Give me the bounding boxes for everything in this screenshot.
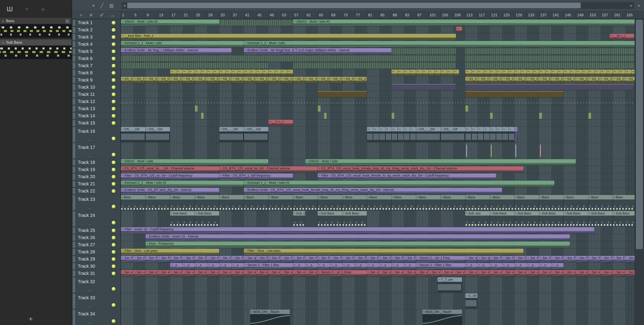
clip[interactable]: ∿Ser..e #2 bbox=[195, 270, 207, 276]
clip[interactable] bbox=[293, 55, 456, 62]
clip[interactable]: ∿Ser..Freq bbox=[613, 256, 625, 262]
clip[interactable]: ↦SS_C..tty bbox=[600, 77, 613, 83]
clip[interactable]: ∿Ser..e #2 bbox=[404, 270, 416, 276]
clip[interactable]: ↦ bbox=[508, 127, 514, 142]
clip[interactable]: ↦SS_C..tty bbox=[514, 77, 526, 83]
clip[interactable]: ∿Ser..e #2 bbox=[182, 270, 194, 276]
track-header[interactable]: Track 12 bbox=[72, 98, 120, 105]
track-lane[interactable] bbox=[121, 98, 634, 105]
clip[interactable]: ≡Bass bbox=[539, 195, 564, 210]
clip[interactable]: ↦SS_C..tty bbox=[281, 77, 293, 83]
magnet-icon[interactable]: ⌖ bbox=[92, 3, 95, 8]
clip[interactable]: ↦SS_C..tty bbox=[318, 77, 330, 83]
clip[interactable]: ↦DS_..._G# bbox=[121, 127, 145, 142]
clip[interactable]: ∿Filter - Insert 16 - Cutoff frequency bbox=[121, 227, 594, 233]
clip[interactable]: ↦SS_C..tty bbox=[268, 77, 281, 83]
clip[interactable]: ∿Glitch2 - Mute / solo bbox=[121, 159, 268, 165]
clip[interactable]: ∿Glitch2 - Mute / solo bbox=[306, 159, 576, 165]
clip[interactable]: ∿Ser..e #2 bbox=[453, 270, 465, 276]
clip[interactable]: ↦C..04 bbox=[465, 293, 478, 309]
clip[interactable]: ↦ bbox=[398, 127, 404, 142]
mute-led[interactable] bbox=[112, 303, 116, 307]
clip[interactable]: ∿..s bbox=[318, 263, 330, 269]
clip[interactable]: ≡Sub Bass bbox=[170, 211, 194, 226]
clip[interactable]: ∿..s bbox=[330, 263, 342, 269]
clip[interactable]: ∿..s bbox=[219, 263, 232, 269]
clip[interactable] bbox=[465, 48, 634, 54]
vertical-scrollbar[interactable] bbox=[634, 19, 644, 325]
clip[interactable]: ↦ bbox=[428, 70, 434, 76]
clip[interactable]: ∿Ser..e #2 bbox=[207, 270, 219, 276]
plugin-picker-icon[interactable]: ✦ bbox=[24, 6, 29, 12]
clip[interactable]: ∿Ser..e #2 bbox=[219, 270, 232, 276]
clip[interactable]: ≡Bass bbox=[342, 195, 367, 210]
clip[interactable]: ↦ bbox=[496, 70, 502, 76]
track-header[interactable]: Track 23... bbox=[72, 195, 120, 211]
track-header[interactable]: Track 6 bbox=[72, 55, 120, 62]
mute-led[interactable] bbox=[112, 78, 116, 82]
clip[interactable]: ↦ bbox=[250, 70, 256, 76]
clip[interactable]: ≡Sub Bass bbox=[195, 211, 219, 226]
clip[interactable]: ≡Bass bbox=[121, 195, 145, 210]
clip[interactable]: ↦SS_C..tty bbox=[588, 77, 600, 83]
clip[interactable]: ↦ bbox=[478, 70, 484, 76]
clip[interactable]: ↦DS_...G# bbox=[146, 127, 170, 142]
clip[interactable] bbox=[392, 84, 456, 90]
track-header[interactable]: Track 25 bbox=[72, 227, 120, 234]
clip[interactable]: ↦SS_C..tty bbox=[613, 77, 625, 83]
mute-led[interactable] bbox=[112, 236, 116, 240]
clip[interactable]: ∿Ser..Freq bbox=[404, 256, 416, 262]
clip[interactable]: ∿Ser..Freq bbox=[121, 256, 133, 262]
clip[interactable]: ↦ bbox=[465, 70, 471, 76]
clip[interactable]: ≡Sub Bass bbox=[539, 211, 564, 226]
mute-led[interactable] bbox=[112, 100, 116, 104]
clip[interactable]: ∿Ser..e #2 bbox=[600, 270, 613, 276]
clip[interactable]: ≡Bass bbox=[219, 195, 244, 210]
clip[interactable]: ∿Ser..e #2 bbox=[232, 270, 244, 276]
track-lane[interactable]: ∿..s∿..s∿..s∿..s∿..s∿..s∿Serum 2 - Filte… bbox=[121, 263, 634, 270]
pattern-item[interactable]: ≡Bassi► bbox=[0, 18, 72, 38]
clip[interactable]: ∿..s bbox=[293, 263, 305, 269]
track-header[interactable]: Track 16... bbox=[72, 127, 120, 143]
track-header[interactable]: Track 34... bbox=[72, 309, 120, 325]
track-lane[interactable] bbox=[121, 112, 634, 120]
clip[interactable]: ↦SS_C..tty bbox=[121, 77, 133, 83]
clip[interactable]: ↦ bbox=[453, 70, 459, 76]
track-lane[interactable] bbox=[121, 105, 634, 112]
clip[interactable]: ↦ bbox=[465, 127, 471, 142]
track-lane[interactable]: ∿Ser..e #2∿Ser..e #2∿Ser..e #2∿Ser..e #2… bbox=[121, 270, 634, 277]
track-lane[interactable]: ↦T_T..are bbox=[121, 277, 634, 293]
track-lane[interactable] bbox=[121, 62, 634, 69]
track-header[interactable]: Track 1 bbox=[72, 19, 120, 27]
clip[interactable]: ∿Ser..e #2 bbox=[379, 270, 391, 276]
clip[interactable]: ↦ bbox=[367, 127, 373, 142]
track-header[interactable]: Track 4 bbox=[72, 41, 120, 48]
clip[interactable]: ∿Ser..e #2 bbox=[121, 270, 133, 276]
track-lane[interactable]: ∿Filter - Diva - Low pass∿Filter - Diva … bbox=[121, 248, 634, 256]
clip[interactable]: ↦ bbox=[484, 70, 490, 76]
clip[interactable]: ∿Ser..Freq bbox=[219, 256, 232, 262]
clip[interactable]: ∿Glitch2 - Mute / solo #2 bbox=[121, 20, 219, 26]
clip[interactable]: ↦ bbox=[552, 70, 558, 76]
track-header[interactable]: Track 31 bbox=[72, 270, 120, 277]
clip[interactable]: ∿Ser..Freq bbox=[576, 256, 588, 262]
clip[interactable]: ↦ bbox=[244, 70, 250, 76]
clip[interactable]: ↦SS_C..tty bbox=[182, 77, 194, 83]
track-header[interactable]: Track 32... bbox=[72, 277, 120, 293]
clip[interactable]: ↦ bbox=[508, 70, 514, 76]
clip[interactable]: ∿..s bbox=[478, 263, 490, 269]
clip[interactable]: ∿Ser..q #2 bbox=[478, 256, 490, 262]
mute-led[interactable] bbox=[112, 114, 116, 118]
clip[interactable]: ↦ bbox=[502, 127, 508, 142]
clip[interactable]: ≡Bass bbox=[465, 195, 490, 210]
clip[interactable]: ↦ bbox=[195, 70, 201, 76]
clip[interactable]: ∿..s bbox=[539, 263, 551, 269]
clip[interactable]: ∿Ser..Freq bbox=[182, 256, 194, 262]
clip[interactable]: ↦ bbox=[379, 127, 385, 142]
clip[interactable]: ∿Ser..e #2 bbox=[576, 270, 588, 276]
clip[interactable]: ∿..s bbox=[355, 263, 367, 269]
clip[interactable] bbox=[490, 143, 492, 158]
clip[interactable] bbox=[318, 105, 321, 112]
track-header[interactable]: Track 2 bbox=[72, 27, 120, 34]
clip[interactable]: ∿Ser..Freq bbox=[367, 256, 379, 262]
